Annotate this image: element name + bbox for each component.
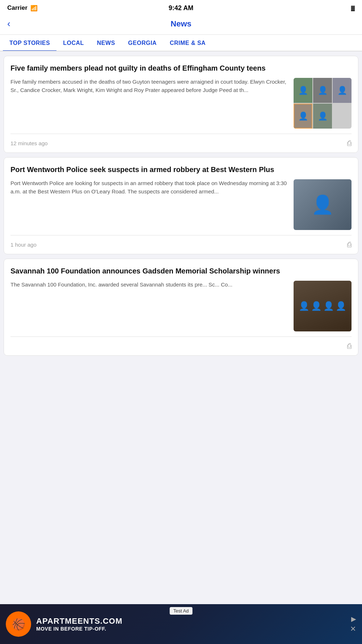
article-image-1: 👤 👤 👤 👤 👤	[294, 78, 352, 129]
ad-close-button[interactable]: ✕	[350, 624, 356, 633]
article-text-2: Port Wentworth Police are looking for su…	[10, 179, 289, 196]
mugshot-3: 👤	[333, 78, 352, 103]
back-button[interactable]: ‹	[7, 18, 14, 29]
ad-banner: Test Ad 🏀 APARTMEENTS.COM MOVE IN BEFORE…	[0, 604, 362, 644]
scholarship-photo: 👤 👤 👤 👤	[294, 281, 352, 331]
mugshot-2: 👤	[313, 78, 332, 103]
status-time: 9:42 AM	[169, 4, 193, 12]
card-body-2: Port Wentworth Police are looking for su…	[10, 179, 352, 230]
ad-logo: 🏀	[6, 611, 31, 637]
ad-label: Test Ad	[170, 607, 193, 615]
card-body-3: The Savannah 100 Foundation, Inc. awarde…	[10, 281, 352, 331]
card-footer-3: ⎙	[10, 336, 352, 355]
mugshot-grid: 👤 👤 👤 👤 👤	[294, 78, 352, 129]
news-feed: Five family members plead not guilty in …	[0, 51, 362, 360]
tab-local[interactable]: LOCAL	[56, 35, 90, 51]
nav-bar: ‹ News	[0, 14, 362, 35]
card-footer-2: 1 hour ago ⎙	[10, 235, 352, 254]
status-left: Carrier 📶	[7, 4, 38, 12]
headline-1: Five family members plead not guilty in …	[10, 63, 352, 73]
tab-news[interactable]: NEWS	[90, 35, 122, 51]
robbery-photo: 👤	[294, 179, 352, 230]
news-card-2[interactable]: Port Wentworth Police seek suspects in a…	[4, 157, 358, 254]
article-time-1: 12 minutes ago	[10, 140, 48, 146]
article-text-3: The Savannah 100 Foundation, Inc. awarde…	[10, 281, 289, 289]
news-card-1[interactable]: Five family members plead not guilty in …	[4, 56, 358, 153]
headline-3: Savannah 100 Foundation announces Gadsde…	[10, 266, 352, 276]
battery-icon: ▓	[351, 5, 355, 11]
article-image-3: 👤 👤 👤 👤	[294, 281, 352, 331]
status-bar: Carrier 📶 9:42 AM ▓	[0, 0, 362, 14]
ad-close-area: ▶ ✕	[350, 615, 356, 633]
share-button-2[interactable]: ⎙	[347, 241, 352, 249]
wifi-icon: 📶	[30, 5, 38, 12]
tab-crime-safety[interactable]: CRIME & SA	[163, 35, 212, 51]
card-footer-1: 12 minutes ago ⎙	[10, 134, 352, 152]
ad-brand-name: APARTMEENTS.COM	[36, 616, 345, 626]
tab-top-stories[interactable]: TOP STORIES	[3, 35, 56, 51]
page-title: News	[171, 19, 191, 29]
basketball-icon: 🏀	[12, 618, 25, 631]
ad-text: APARTMEENTS.COM MOVE IN BEFORE TIP-OFF.	[36, 616, 345, 632]
mugshot-1: 👤	[294, 78, 312, 103]
carrier-label: Carrier	[7, 4, 28, 12]
article-text-1: Five family members accused in the death…	[10, 78, 289, 94]
share-button-3[interactable]: ⎙	[347, 342, 352, 350]
mugshot-5: 👤	[313, 104, 332, 129]
ad-arrow-icon: ▶	[351, 615, 356, 623]
mugshot-4: 👤	[294, 104, 312, 129]
scholarship-people: 👤 👤 👤 👤	[299, 301, 346, 311]
share-button-1[interactable]: ⎙	[347, 139, 352, 147]
article-time-2: 1 hour ago	[10, 242, 37, 248]
article-image-2: 👤	[294, 179, 352, 230]
news-card-3[interactable]: Savannah 100 Foundation announces Gadsde…	[4, 259, 358, 356]
headline-2: Port Wentworth Police seek suspects in a…	[10, 165, 352, 174]
tab-georgia[interactable]: GEORGIA	[122, 35, 163, 51]
tab-bar: TOP STORIES LOCAL NEWS GEORGIA CRIME & S…	[0, 35, 362, 51]
ad-tagline: MOVE IN BEFORE TIP-OFF.	[36, 626, 345, 632]
card-body-1: Five family members accused in the death…	[10, 78, 352, 129]
